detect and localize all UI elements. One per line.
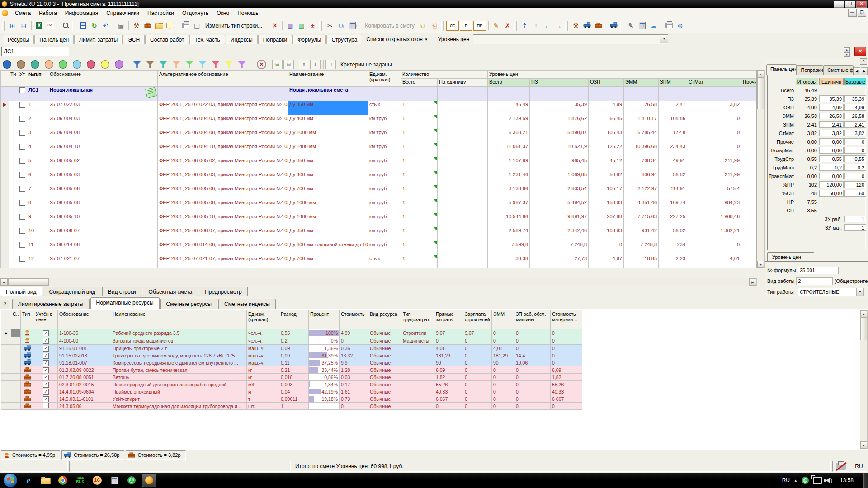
globe-icon[interactable]: ⊕ [675,20,686,31]
col-header-qty-total[interactable]: Всего [401,79,438,87]
tab-Ресурсы[interactable]: Ресурсы [3,35,34,44]
network-icon[interactable] [813,477,822,484]
col-header-unit[interactable]: Ед.изм. (краткая) [368,71,401,87]
taskbar-1c-icon[interactable]: 1С [90,474,104,487]
pencil-icon[interactable]: ✎ [625,20,637,31]
table-row[interactable]: ✓01.7.20.08-0051Ветошькг0,0180,86%0,03Об… [1,374,582,381]
horizontal-scrollbar[interactable]: ◀ ▶ [0,278,757,286]
tab-scroll-left-icon[interactable]: ◀ [854,67,860,75]
approve-checkbox[interactable] [19,200,25,206]
col-header-Прямые затраты[interactable]: Прямые затраты [434,310,463,329]
price-base-input[interactable]: 35,39 [844,95,866,102]
col-header-ut[interactable]: Ут [18,71,27,87]
taskbar-psc-icon[interactable]: 1000PS:C [73,474,87,487]
table-row[interactable]: ✓4-100-00Затраты труда машинистовчел.-ч.… [1,337,582,345]
panel-close-icon[interactable]: ✕ [860,58,867,65]
bottom-tab-Сметные индексы[interactable]: Сметные индексы [218,299,276,309]
approve-checkbox[interactable] [19,186,25,192]
col-header-Тип трудозатрат[interactable]: Тип трудозатрат [401,310,434,329]
col-group-price[interactable]: Уровень цен [488,71,757,79]
price-unit-input[interactable]: 26,58 [819,113,844,119]
table-row[interactable]: 225-06-004-03ФЕР-2001, 25-06-004-03, при… [1,115,757,129]
refresh-icon[interactable]: ↻ [89,20,100,31]
included-checkbox[interactable]: ✓ [43,389,49,395]
work-kind-input[interactable]: 2 [796,277,833,285]
filter-funnel-icon[interactable] [133,61,141,68]
tab-Тех. часть[interactable]: Тех. часть [189,35,225,44]
toolbar-grip[interactable] [620,21,623,31]
clock[interactable]: 13:58 [840,477,854,483]
price-tab-Панель цен[interactable]: Панель цен [766,64,797,75]
chevron-down-icon[interactable]: ▼ [660,35,668,43]
paste-sheet-icon[interactable]: ⎘ [429,20,440,31]
tree-structure-icon[interactable]: ⊞ [7,20,18,31]
open-windows-dropdown[interactable]: Список открытых окон ▼ [363,35,431,44]
included-checkbox[interactable]: ✓ [43,353,49,359]
outdent-icon[interactable]: ↑ [530,20,542,31]
table-row[interactable]: 425-06-004-10ФЕР-2001, 25-06-004-10, при… [1,143,757,157]
estimate-code-input[interactable]: ЛС1 [1,47,69,56]
calc-table-icon[interactable]: ▦ [284,20,296,31]
row-edit-icon[interactable]: ✎ [491,20,502,31]
cell-name[interactable]: Ду 350 мм [288,227,368,241]
window-asterisk-icon[interactable]: ▣ [115,20,127,31]
col-header-Обоснование[interactable]: Обоснование [58,310,111,329]
plus-minus-icon[interactable]: ± [307,20,318,31]
scroll-down-icon[interactable]: ▼ [757,261,764,268]
color-mark-icon[interactable] [3,60,11,69]
copy-sheet-icon[interactable]: ⧉ [417,20,429,31]
paste-icon[interactable] [347,20,358,31]
cell-name[interactable]: Ду 1000 мм [288,199,368,213]
price-tab-Поправки[interactable]: Поправки [797,65,823,75]
toolbar-grip[interactable] [72,21,75,31]
price-unit-input[interactable]: 0,00 [819,138,844,145]
cell-name[interactable]: Ду 350 мм [288,101,368,115]
menu-item-Справочники[interactable]: Справочники [102,9,143,18]
col-header-price-total[interactable]: Всего [488,79,530,87]
col-header-Стоимость[interactable]: Стоимость [340,310,368,329]
table-row[interactable]: 925-06-005-10ФЕР-2001, 25-06-005-10, при… [1,213,757,227]
tab-Формулы[interactable]: Формулы [292,35,326,44]
col-header-name[interactable]: Наименование [288,71,368,87]
approve-checkbox[interactable] [19,144,25,150]
approve-checkbox[interactable] [19,158,25,164]
price-unit-input[interactable]: 0,2 [819,164,844,171]
table-plus-icon[interactable]: ▦ [296,20,307,31]
approve-checkbox[interactable] [19,172,25,178]
price-base-input[interactable]: 60 [844,190,866,197]
mdi-minimize-button[interactable]: — [848,9,857,17]
table-row[interactable]: ▶125-07-022-03ФЕР-2001, 25-07-022-03, пр… [1,101,757,115]
included-checkbox[interactable]: ✓ [43,330,49,336]
formula-input[interactable]: 25 001 [798,267,839,274]
row-delete-icon[interactable]: ✗ [502,20,513,31]
price-base-input[interactable]: 3,82 [844,130,866,136]
cut-icon[interactable]: ✂ [324,20,335,31]
included-checkbox[interactable]: ✓ [43,338,49,344]
price-unit-input[interactable]: 4,99 [819,104,844,111]
color-mark-icon[interactable] [45,60,53,69]
price-base-input[interactable]: 0,55 [844,155,866,162]
menu-item-Отдохнуть[interactable]: Отдохнуть [178,9,212,18]
price-unit-input[interactable]: 0,00 [819,173,844,179]
r-view-button[interactable]: Р [460,21,472,31]
col-header-stmat[interactable]: СтМат [687,79,741,87]
price-base-input[interactable]: 120 [844,181,866,188]
col-header-num[interactable]: №п/п [27,71,48,87]
close-button[interactable]: ✕ [856,1,867,8]
menu-item-Смета[interactable]: Смета [11,9,35,18]
calculator-icon[interactable] [637,20,648,31]
approve-checkbox[interactable] [19,228,25,234]
maximize-button[interactable]: ❐ [845,1,855,8]
menu-app-icon[interactable] [2,10,8,16]
approve-checkbox[interactable] [19,102,25,108]
cell-name[interactable]: Ду 700 мм [288,185,368,199]
move-down-icon[interactable]: ⬇ [310,60,321,69]
price-base-input[interactable]: 2,41 [844,121,866,128]
toolbar-grip[interactable] [514,21,517,31]
scroll-thumb[interactable] [8,278,49,286]
outdent-first-icon[interactable]: ⇡ [519,20,530,31]
scroll-thumb[interactable] [757,78,764,109]
tab-Структура[interactable]: Структура [326,35,362,44]
included-checkbox[interactable]: ✓ [43,396,49,402]
bottom-tab-Нормативные ресурсы[interactable]: Нормативные ресурсы [90,297,160,309]
